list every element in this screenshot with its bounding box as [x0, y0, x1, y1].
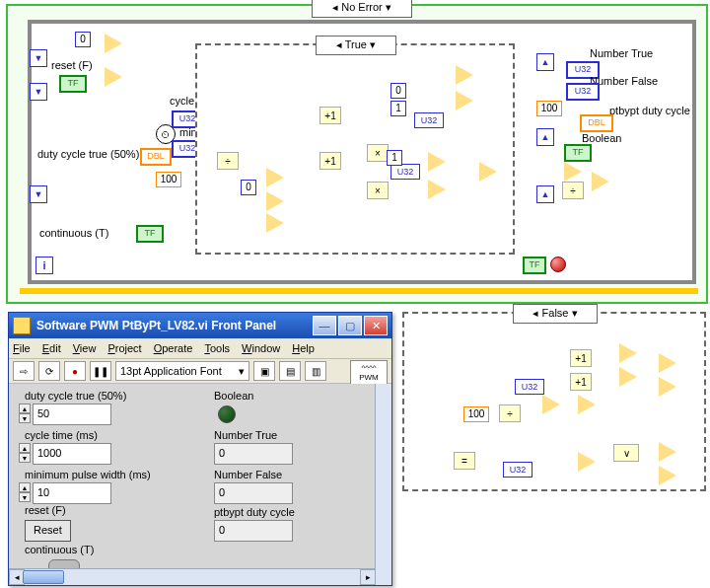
u32-cast-false-1: U32 — [515, 379, 544, 395]
cycle-time-label-fp: cycle time (ms) — [25, 429, 98, 441]
menu-project[interactable]: Project — [107, 342, 141, 354]
reset-terminal[interactable]: TF — [59, 75, 87, 93]
menu-view[interactable]: View — [73, 342, 97, 354]
reset-button[interactable]: Reset — [25, 520, 71, 542]
select-node-case-1 — [428, 152, 446, 172]
min-pulse-input[interactable]: 10 — [33, 482, 111, 504]
inc-node-false-1: +1 — [570, 349, 592, 367]
boolean-terminal[interactable]: TF — [564, 144, 592, 162]
titlebar[interactable]: Software PWM PtByPt_LV82.vi Front Panel … — [9, 313, 391, 338]
case-left-arrow-icon[interactable]: ◂ — [336, 38, 342, 50]
divide-false: ÷ — [499, 404, 521, 422]
select-node-case-3 — [456, 65, 473, 85]
error-wire — [20, 288, 698, 294]
menu-edit[interactable]: Edit — [42, 342, 61, 354]
sel-false-4 — [619, 343, 637, 363]
shift-reg-right-3 — [536, 185, 554, 203]
minimize-button[interactable]: — — [313, 316, 336, 335]
min-pulse-spinner[interactable]: ▲▼ — [19, 482, 31, 502]
menu-help[interactable]: Help — [292, 342, 315, 354]
close-button[interactable]: ✕ — [364, 316, 388, 335]
const-zero-case: 0 — [390, 83, 406, 99]
duty-cycle-input[interactable]: 50 — [33, 404, 111, 425]
number-false-indicator: 0 — [214, 482, 293, 504]
error-case-selector[interactable]: ◂ No Error ▾ — [312, 0, 412, 18]
ptbypt-label-fp: ptbypt duty cycle — [214, 506, 295, 518]
sel-false-6 — [659, 353, 676, 373]
duty-cycle-spinner[interactable]: ▲▼ — [19, 404, 31, 423]
u32-cast-false-2: U32 — [503, 462, 532, 478]
sel-false-8 — [659, 442, 676, 462]
left-arrow-icon[interactable]: ◂ — [332, 0, 338, 15]
boolean-label: Boolean — [582, 132, 621, 144]
const-hundred-right: 100 — [536, 101, 562, 116]
icon-line-0: ^^^^ — [351, 363, 387, 373]
run-button[interactable]: ⇨ — [13, 361, 35, 381]
ptbypt-terminal[interactable]: DBL — [580, 114, 613, 132]
duty-cycle-terminal[interactable]: DBL — [140, 148, 172, 166]
menubar[interactable]: File Edit View Project Operate Tools Win… — [9, 338, 391, 359]
scrollbar-horizontal[interactable]: ◂ ▸ — [9, 568, 376, 585]
run-cont-button[interactable]: ⟳ — [38, 361, 60, 381]
select-out-1 — [564, 162, 582, 182]
distribute-button[interactable]: ▤ — [279, 361, 301, 381]
case2-right-arrow-icon[interactable]: ▾ — [572, 307, 578, 319]
shift-reg-left-2 — [30, 83, 47, 101]
const-zero-inner: 0 — [241, 180, 256, 195]
case2-left-arrow-icon[interactable]: ◂ — [532, 307, 538, 319]
scroll-thumb[interactable] — [23, 570, 64, 584]
dropdown-arrow-icon: ▾ — [239, 365, 245, 378]
boolean-led — [218, 405, 236, 423]
case-right-arrow-icon[interactable]: ▾ — [370, 38, 376, 50]
pause-button[interactable]: ❚❚ — [90, 361, 111, 381]
case-true-label: True — [345, 38, 367, 50]
abort-button[interactable]: ● — [64, 361, 86, 381]
right-arrow-icon[interactable]: ▾ — [386, 0, 391, 15]
continuous-terminal[interactable]: TF — [136, 225, 164, 243]
const-one-case: 1 — [390, 101, 406, 116]
menu-file[interactable]: File — [13, 342, 31, 354]
block-diagram-container: ◂ No Error ▾ 0 reset (F) TF cycle time (… — [6, 4, 708, 304]
front-panel-window: Software PWM PtByPt_LV82.vi Front Panel … — [8, 312, 392, 586]
cycle-time-spinner[interactable]: ▲▼ — [19, 443, 31, 463]
multiply-node: × — [367, 144, 389, 162]
scrollbar-vertical[interactable] — [375, 384, 391, 585]
font-selector[interactable]: 13pt Application Font ▾ — [115, 361, 249, 381]
continuous-label-fp: continuous (T) — [25, 544, 94, 555]
or-node: ∨ — [613, 444, 639, 462]
number-true-indicator: 0 — [214, 443, 293, 465]
sel-false-1 — [542, 395, 560, 414]
menu-operate[interactable]: Operate — [154, 342, 193, 354]
stop-terminal — [550, 257, 566, 272]
sel-false-9 — [659, 466, 676, 485]
window-title: Software PWM PtByPt_LV82.vi Front Panel — [36, 319, 313, 332]
case-structure-true: ◂ True ▾ 0 1 +1 +1 × × U32 U32 0 1 ÷ — [195, 43, 515, 255]
reorder-button[interactable]: ▥ — [305, 361, 326, 381]
case-selector-false[interactable]: ◂ False ▾ — [513, 304, 598, 324]
number-true-label-fp: Number True — [214, 429, 277, 441]
ptbypt-label: ptbypt duty cycle — [609, 105, 690, 116]
maximize-button[interactable]: ▢ — [338, 316, 362, 335]
number-false-terminal[interactable]: U32 — [566, 83, 600, 101]
u32-cast-1: U32 — [414, 112, 444, 128]
error-case-label: No Error — [341, 1, 383, 13]
case-selector-true[interactable]: ◂ True ▾ — [316, 36, 396, 55]
sel-false-7 — [659, 377, 676, 397]
vi-icon — [13, 317, 31, 334]
shift-reg-left-1 — [30, 49, 47, 67]
select-node-case-2 — [428, 180, 446, 199]
cycle-time-input[interactable]: 1000 — [33, 443, 111, 465]
menu-window[interactable]: Window — [242, 342, 280, 354]
align-button[interactable]: ▣ — [253, 361, 275, 381]
menu-tools[interactable]: Tools — [204, 342, 230, 354]
shift-reg-right-1 — [536, 53, 554, 71]
increment-node-1: +1 — [320, 107, 341, 124]
inc-node-false-2: +1 — [570, 373, 592, 391]
shift-reg-left-3 — [30, 185, 47, 203]
iteration-terminal: i — [36, 257, 53, 274]
select-node-case-4 — [456, 91, 473, 110]
scroll-right-icon[interactable]: ▸ — [360, 569, 376, 585]
number-false-label-fp: Number False — [214, 469, 282, 480]
multiply-node-2: × — [367, 182, 389, 199]
number-false-label: Number False — [590, 75, 658, 87]
